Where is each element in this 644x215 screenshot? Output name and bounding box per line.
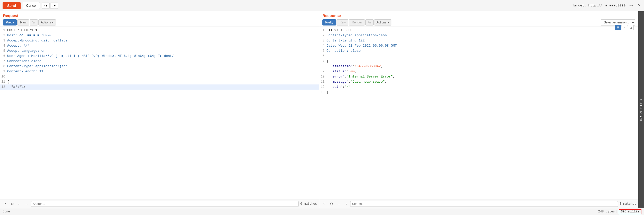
line-number: 10 [319,74,327,79]
chevron-down-icon: ▾ [52,21,54,24]
request-line-6: 6 User-Agent: Mozilla/5.0 (compatible; M… [0,54,319,59]
request-search-matches: 0 matches [300,202,317,206]
line-number: 2 [0,33,7,38]
request-line-3: 3 Accept-Encoding: gzip, deflate [0,38,319,43]
line-number: 12 [319,84,327,90]
view-mode-single-button[interactable]: □ [628,25,634,30]
line-number: 4 [0,43,7,48]
line-text: User-Agent: Mozilla/5.0 (compatible; MSI… [7,54,319,59]
send-button[interactable]: Send [3,2,21,9]
response-title: Response [322,13,341,18]
view-mode-bar: ⊞ ≡ □ [615,25,634,30]
chevron-right-icon: › [53,4,54,7]
response-tab-render[interactable]: Render [349,19,365,25]
request-search-forward-button[interactable]: → [24,201,29,207]
request-tab-newline[interactable]: \n [30,19,38,25]
chevron-left-icon: ‹ [44,4,45,7]
request-help-button[interactable]: ? [2,201,8,207]
request-settings-button[interactable]: ⚙ [9,201,15,207]
line-number: 4 [319,43,327,48]
line-number: 11 [0,79,7,84]
request-line-1: 1 POST / HTTP/1.1 [0,28,319,33]
chevron-down-icon: ▾ [54,4,56,7]
view-mode-split-button[interactable]: ⊞ [615,25,621,30]
response-line-4: 4 Date: Wed, 23 Feb 2022 06:06:08 GMT [319,43,638,48]
response-line-8: 8 "timestamp":1645596368042, [319,64,638,69]
request-line-10: 10 [0,74,319,79]
panels-container: Request Pretty Raw \n Actions ▾ 1 POST /… [0,11,644,208]
request-tab-pretty[interactable]: Pretty [3,19,17,25]
line-text: Connection: close [327,48,638,54]
request-tab-raw[interactable]: Raw [17,19,29,25]
request-search-back-button[interactable]: ← [16,201,22,207]
request-line-5: 5 Accept-Language: en [0,48,319,54]
response-panel: Response Pretty Raw Render \n Actions ▾ … [319,11,638,208]
line-text: Date: Wed, 23 Feb 2022 06:06:08 GMT [327,43,638,48]
line-number: 8 [319,64,327,69]
response-code-area: 1 HTTP/1.1 500 2 Content-Type: applicati… [319,27,638,200]
response-line-5: 5 Connection: close [319,48,638,54]
cancel-button[interactable]: Cancel [23,2,40,9]
chevron-down-icon: ▾ [388,21,389,24]
line-number: 3 [0,38,7,43]
response-line-11: 11 "message":"Java heap space", [319,79,638,84]
line-number: 8 [0,64,7,69]
response-search-forward-button[interactable]: → [343,201,349,207]
request-search-bar: ? ⚙ ← → 0 matches [0,200,319,208]
request-tab-bar: Pretty Raw \n Actions ▾ [3,19,316,25]
nav-back-button[interactable]: ‹ ▾ [42,3,50,9]
top-toolbar: Send Cancel ‹ ▾ › ▾ Target: http:// ■ ■■… [0,0,644,11]
line-text: Content-Type: application/json [327,33,638,38]
response-search-back-button[interactable]: ← [336,201,341,207]
request-line-12: 12 "a":"\x [0,84,319,90]
response-header-row: Response [322,13,635,19]
request-line-8: 8 Content-Type: application/json [0,64,319,69]
response-search-bar: ? ⚙ ← → 0 matches [319,200,638,208]
response-line-9: 9 "status":500, [319,69,638,74]
line-text: Host: ^^ `■■`■`■`:8090 [7,33,319,38]
line-text: "a":"\x [7,84,319,90]
nav-forward-button[interactable]: › ▾ [50,3,58,9]
response-line-6: 6 [319,54,638,59]
line-text: Accept-Encoding: gzip, deflate [7,38,319,43]
edit-target-button[interactable]: ✏ [629,3,634,8]
line-number: 1 [319,28,327,33]
request-code-area: 1 POST / HTTP/1.1 2 Host: ^^ `■■`■`■`:80… [0,27,319,200]
line-text: HTTP/1.1 500 [327,28,638,33]
response-tab-pretty[interactable]: Pretty [322,19,336,25]
response-panel-header: Response Pretty Raw Render \n Actions ▾ … [319,11,638,27]
inspector-sidebar[interactable]: INSPECTOR [638,11,644,208]
response-settings-button[interactable]: ⚙ [329,201,334,207]
request-line-2: 2 Host: ^^ `■■`■`■`:8090 [0,33,319,38]
line-number: 9 [319,69,327,74]
response-search-input[interactable] [350,201,618,207]
target-info: Target: http:// ■ ■■■:8090 ✏ ? [572,3,641,8]
help-button[interactable]: ? [637,3,641,8]
line-text: "message":"Java heap space", [327,79,638,84]
line-number: 3 [319,38,327,43]
response-line-1: 1 HTTP/1.1 500 [319,28,638,33]
response-line-10: 10 "error":"Internal Server Error", [319,74,638,79]
request-search-input[interactable] [31,201,299,207]
line-number: 13 [319,90,327,95]
line-text: Connection: close [7,59,319,64]
line-text: { [7,79,319,84]
line-number: 6 [319,54,327,59]
response-actions-dropdown[interactable]: Actions ▾ [374,19,391,25]
line-number: 7 [0,59,7,64]
view-mode-horizontal-button[interactable]: ≡ [622,25,627,30]
inspector-label: INSPECTOR [639,98,643,121]
target-label: Target: http:// [572,4,602,7]
line-number: 9 [0,69,7,74]
response-tab-raw[interactable]: Raw [337,19,348,25]
request-line-9: 9 Content-Length: 11 [0,69,319,74]
response-tab-newline[interactable]: \n [365,19,374,25]
response-line-7: 7 { [319,59,638,64]
line-number: 2 [319,33,327,38]
request-actions-dropdown[interactable]: Actions ▾ [38,19,56,25]
response-help-button[interactable]: ? [321,201,327,207]
bytes-label: 248 bytes [598,210,615,213]
line-number: 5 [0,48,7,54]
response-line-13: 13 } [319,90,638,95]
request-title: Request [3,13,316,18]
